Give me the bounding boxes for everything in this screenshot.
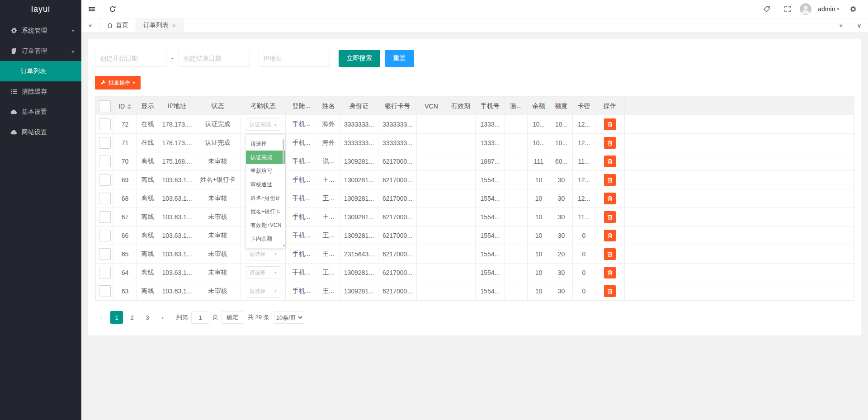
col-validity: 有效期 [446,97,476,115]
col-verify: 验... [505,97,528,115]
col-id[interactable]: ID [114,97,137,115]
delete-button[interactable] [604,118,616,130]
tabs-scroll-left-button[interactable]: « [81,19,99,32]
tag-icon[interactable] [756,0,777,18]
cell-validity [446,282,476,301]
delete-button[interactable] [604,156,616,167]
cell-verify [505,264,528,282]
cell-phone: 1554... [476,189,505,208]
delete-button[interactable] [604,193,616,204]
cell-validity [446,208,476,227]
page-button-1[interactable]: 1 [110,311,123,324]
cell-display: 在线 [137,115,159,134]
sidebar-item-basic-settings[interactable]: 基本设置 [0,102,81,122]
user-menu[interactable]: admin ▾ [814,5,843,13]
goto-page-input[interactable] [191,311,209,324]
row-checkbox[interactable] [99,248,111,260]
cell-balance: 10 [528,282,550,301]
cell-card-secret: 0 [573,264,595,282]
sidebar-item-orders[interactable]: 订单管理 ▴ [0,41,81,61]
close-icon[interactable]: × [172,22,176,29]
cell-card-secret: 11... [573,152,595,171]
row-checkbox[interactable] [99,267,111,278]
collapse-sidebar-button[interactable] [81,0,102,18]
delete-button[interactable] [604,285,616,297]
cell-actions [595,152,625,171]
cell-quota: 10... [550,134,573,152]
attendance-select[interactable]: 请选择 ▾ [246,248,280,260]
delete-button[interactable] [604,248,616,260]
dropdown-option[interactable]: 审核通过 [246,178,285,191]
row-checkbox[interactable] [99,230,111,241]
cell-actions [595,227,625,245]
cell-name: 王... [317,264,340,282]
attendance-select[interactable]: 认证完成 ▴ [246,118,280,131]
attendance-select[interactable]: 请选择 ▾ [246,285,280,297]
batch-actions-button[interactable]: 批量操作 ▾ [95,76,141,90]
page-button-3[interactable]: 3 [141,311,154,324]
delete-button[interactable] [604,211,616,223]
dropdown-option[interactable]: 重新填写 [246,164,285,178]
attendance-select[interactable]: 请选择 ▾ [246,266,280,279]
ip-address-input[interactable] [259,50,330,67]
sidebar-item-system[interactable]: 系统管理 ▾ [0,20,81,41]
cell-validity [446,189,476,208]
dropdown-option[interactable]: 姓名+银行卡 [246,205,285,218]
sidebar-item-clear-cache[interactable]: 清除缓存 [0,81,81,102]
theme-settings-icon[interactable] [843,0,863,18]
dropdown-scrollbar[interactable] [283,139,284,164]
tabs-scroll-right-button[interactable]: » [832,19,850,32]
cell-verify [505,245,528,264]
cell-name: 王... [317,227,340,245]
fullscreen-icon[interactable] [777,0,798,18]
row-checkbox[interactable] [99,118,111,130]
delete-button[interactable] [604,174,616,186]
sidebar-item-order-list[interactable]: 订单列表 [0,61,81,81]
refresh-button[interactable] [102,0,123,18]
page-size-select[interactable]: 10条/页 [274,311,304,324]
goto-confirm-button[interactable]: 确定 [222,311,243,324]
cell-actions [595,134,625,152]
page-unit-label: 页 [212,313,218,321]
row-checkbox[interactable] [99,193,111,204]
reset-button[interactable]: 重置 [385,50,414,67]
dropdown-option[interactable]: 有效期+VCN [246,218,285,232]
page-button-2[interactable]: 2 [126,311,138,324]
cell-verify [505,152,528,171]
dropdown-option[interactable]: 认证完成 [246,151,285,164]
dropdown-option[interactable]: 请选择 [246,137,285,151]
row-checkbox[interactable] [99,211,111,223]
tabs-menu-button[interactable]: ∨ [850,19,868,32]
date-end-input[interactable] [179,50,250,67]
tab-order-list[interactable]: 订单列表 × [136,19,184,32]
row-checkbox[interactable] [99,174,111,186]
cell-actions [595,264,625,282]
row-checkbox[interactable] [99,137,111,149]
cell-display: 离线 [137,152,159,171]
sidebar-item-site-settings[interactable]: 网站设置 [0,122,81,142]
cell-ip: 103.63.1... [159,282,195,301]
sort-icon[interactable] [127,104,132,109]
wrench-icon [100,80,106,86]
delete-button[interactable] [604,267,616,278]
select-all-checkbox[interactable] [99,100,111,112]
avatar[interactable] [800,3,811,15]
date-start-input[interactable] [95,50,166,67]
cell-checkbox [96,282,114,301]
delete-button[interactable] [604,230,616,241]
table-row: 66 离线 103.63.1... 未审核 [96,227,854,245]
row-checkbox[interactable] [99,156,111,167]
row-checkbox[interactable] [99,285,111,297]
tab-home[interactable]: 首页 [99,19,136,32]
cell-vcn [417,208,446,227]
dropdown-option[interactable]: 卡内余额 [246,232,285,245]
cell-id: 64 [114,264,137,282]
delete-button[interactable] [604,137,616,149]
cell-quota: 30 [550,264,573,282]
page-prev-button[interactable]: ‹ [95,311,108,324]
cell-bankcard: 6217000... [378,245,417,264]
page-next-button[interactable]: › [156,311,169,324]
cell-login: 手机... [286,264,317,282]
dropdown-option[interactable]: 姓名+身份证 [246,191,285,205]
search-button[interactable]: 立即搜索 [339,50,380,67]
